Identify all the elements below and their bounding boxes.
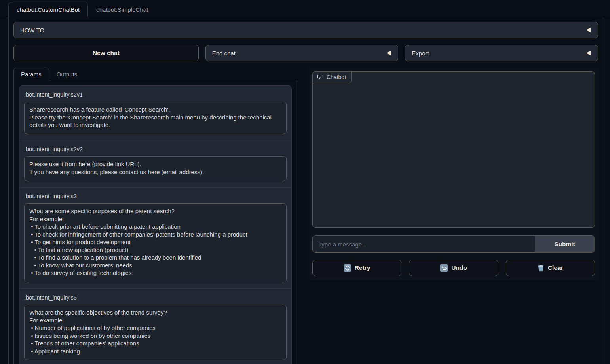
undo-label: Undo <box>451 264 467 271</box>
param-textarea-s3[interactable]: What are some specific purposes of the p… <box>24 203 287 282</box>
param-label: .bot.intent_inquiry.s5 <box>24 294 287 301</box>
end-chat-accordion[interactable]: End chat <box>205 45 399 61</box>
params-column: Params Outputs .bot.intent_inquiry.s2v1 … <box>13 68 297 364</box>
param-textarea-s2v1[interactable]: Shareresearch has a feature called 'Conc… <box>24 102 287 134</box>
app-tabbar: chatbot.CustomChatBot chatbot.SimpleChat <box>0 0 610 17</box>
collapse-arrow-icon <box>386 51 391 55</box>
tabbar-divider <box>85 80 297 80</box>
chatbot-panel-tag: Chatbot <box>312 71 352 83</box>
params-panel: .bot.intent_inquiry.s2v1 Shareresearch h… <box>13 80 297 364</box>
chatbot-panel-label: Chatbot <box>327 74 346 80</box>
submit-button[interactable]: Submit <box>535 236 595 252</box>
message-input[interactable] <box>313 236 535 252</box>
howto-accordion[interactable]: HOW TO <box>13 22 598 38</box>
param-textarea-s2v2[interactable]: Please use it from here (provide link UR… <box>24 156 287 181</box>
chat-bubble-icon <box>317 74 323 80</box>
param-group: .bot.intent_inquiry.s3 What are some spe… <box>19 188 291 289</box>
param-label: .bot.intent_inquiry.s2v2 <box>24 146 287 152</box>
undo-icon <box>440 264 448 272</box>
howto-label: HOW TO <box>20 27 44 34</box>
main-row: Params Outputs .bot.intent_inquiry.s2v1 … <box>13 68 598 364</box>
params-form: .bot.intent_inquiry.s2v1 Shareresearch h… <box>19 85 292 364</box>
undo-button[interactable]: Undo <box>409 260 498 276</box>
end-chat-label: End chat <box>212 50 236 57</box>
collapse-arrow-icon <box>586 51 591 55</box>
tab-outputs[interactable]: Outputs <box>49 68 85 81</box>
retry-label: Retry <box>355 264 371 271</box>
trash-icon <box>538 264 544 272</box>
new-chat-button[interactable]: New chat <box>13 45 199 61</box>
retry-button[interactable]: Retry <box>312 260 401 276</box>
clear-label: Clear <box>548 264 563 271</box>
retry-icon <box>344 264 351 272</box>
param-group: .bot.intent_inquiry.s2v2 Please use it f… <box>19 140 291 188</box>
param-label: .bot.intent_inquiry.s2v1 <box>24 91 287 98</box>
clear-button[interactable]: Clear <box>506 260 595 276</box>
collapse-arrow-icon <box>586 28 591 32</box>
param-textarea-s5[interactable]: What are the specific objectives of the … <box>24 305 287 360</box>
param-label: .bot.intent_inquiry.s3 <box>24 193 287 199</box>
actions-row: New chat End chat Export <box>13 45 598 61</box>
tab-simple-chat[interactable]: chatbot.SimpleChat <box>88 2 156 17</box>
message-input-row: Submit <box>312 235 595 253</box>
chatbot-panel: Chatbot <box>312 71 595 228</box>
chat-actions-row: Retry Undo <box>312 260 595 280</box>
export-accordion[interactable]: Export <box>405 45 598 61</box>
params-tabbar: Params Outputs <box>13 68 297 80</box>
param-group: .bot.intent_inquiry.s5 What are the spec… <box>19 289 291 364</box>
tab-custom-chatbot[interactable]: chatbot.CustomChatBot <box>8 2 88 17</box>
tab-content: HOW TO New chat End chat Export Params O… <box>8 17 603 364</box>
param-group: .bot.intent_inquiry.s2v1 Shareresearch h… <box>19 86 291 140</box>
tab-params[interactable]: Params <box>13 68 49 81</box>
export-label: Export <box>412 50 429 57</box>
chat-column: Chatbot Submit <box>309 68 598 280</box>
